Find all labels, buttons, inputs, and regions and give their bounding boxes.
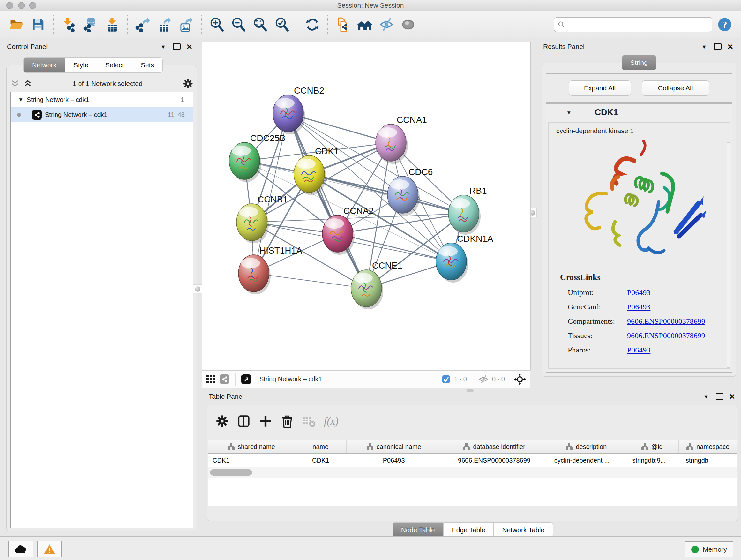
- close-panel-icon[interactable]: ×: [186, 44, 192, 50]
- grid-view-icon[interactable]: [206, 374, 216, 384]
- network-edge[interactable]: [309, 174, 464, 213]
- open-folder-icon: [9, 17, 23, 32]
- crosslink-value[interactable]: 9606.ENSP00000378699: [627, 328, 705, 343]
- crosslink-value[interactable]: P06493: [627, 300, 650, 314]
- column-header[interactable]: database identifier: [441, 440, 547, 453]
- network-node-CCNA1[interactable]: CCNA1: [376, 115, 427, 164]
- scrollbar-thumb[interactable]: [210, 469, 252, 476]
- open-in-window-icon[interactable]: [241, 374, 251, 384]
- tab-string[interactable]: String: [622, 55, 657, 70]
- add-column-icon[interactable]: [259, 415, 272, 428]
- column-header[interactable]: namespace: [679, 440, 737, 453]
- panel-menu-icon[interactable]: ▾: [702, 43, 705, 51]
- network-node-RB1[interactable]: RB1: [448, 186, 487, 235]
- import-table-button[interactable]: [103, 15, 121, 35]
- expand-collapse-bar: Expand All Collapse All: [546, 73, 732, 103]
- tab-sets[interactable]: Sets: [132, 57, 163, 73]
- eye-icon: [401, 17, 415, 32]
- table-horizontal-scrollbar[interactable]: [208, 467, 737, 478]
- collection-badge: 1: [181, 96, 184, 104]
- crosslink-value[interactable]: 9606.ENSP00000378699: [627, 314, 705, 328]
- refresh-button[interactable]: [303, 15, 322, 35]
- collapse-all-icon[interactable]: [10, 79, 20, 88]
- string-view-icon[interactable]: [219, 374, 229, 384]
- float-panel-icon[interactable]: [716, 393, 724, 400]
- export-network-button[interactable]: [133, 15, 152, 35]
- crosslink-label: Tissues:: [568, 328, 627, 343]
- results-scrollbar[interactable]: [727, 142, 731, 368]
- tab-edge-table[interactable]: Edge Table: [444, 522, 494, 538]
- network-node-HIST1H1A[interactable]: HIST1H1A: [239, 246, 302, 294]
- crosslink-value[interactable]: P06493: [627, 286, 650, 300]
- gene-card-header[interactable]: ▾ CDK1: [546, 104, 732, 121]
- table-row[interactable]: CDK1 CDK1 P06493 9606.ENSP00000378699 cy…: [208, 454, 737, 467]
- results-panel-title: Results Panel: [543, 43, 585, 51]
- left-splitter-handle[interactable]: [193, 285, 202, 294]
- search-input[interactable]: [567, 20, 705, 28]
- save-session-button[interactable]: [29, 15, 47, 35]
- network-node-CCNB2[interactable]: CCNB2: [273, 85, 324, 134]
- column-header[interactable]: canonical name: [347, 440, 441, 453]
- hidden-eye-slash-icon[interactable]: [479, 374, 488, 384]
- zoom-in-button[interactable]: [207, 15, 226, 35]
- network-node-CDC25B[interactable]: CDC25B: [229, 133, 285, 182]
- network-options-gear-icon[interactable]: [183, 78, 193, 89]
- collapse-all-button[interactable]: Collapse All: [642, 80, 710, 96]
- expand-all-icon[interactable]: [23, 79, 32, 88]
- network-collection-row[interactable]: ▼ String Network – cdk1 1: [10, 92, 193, 107]
- import-network-button[interactable]: [59, 15, 78, 35]
- network-graph[interactable]: CCNB2CCNA1CDC25BCDK1CDC6RB1CCNB1CCNA2CDK…: [202, 43, 530, 370]
- warnings-button[interactable]: [37, 541, 62, 557]
- graphics-details-button[interactable]: [355, 15, 374, 35]
- collapse-entry-icon[interactable]: ▾: [567, 109, 570, 116]
- tab-network[interactable]: Network: [23, 57, 65, 73]
- column-header[interactable]: description: [547, 440, 625, 453]
- toolbar-separator: [53, 15, 54, 34]
- tab-network-table[interactable]: Network Table: [494, 522, 553, 538]
- network-node-CDKN1A[interactable]: CDKN1A: [436, 234, 493, 283]
- open-session-button[interactable]: [7, 15, 25, 35]
- show-hidden-button[interactable]: [399, 15, 417, 35]
- zoom-out-button[interactable]: [229, 15, 248, 35]
- show-columns-icon[interactable]: [237, 415, 251, 428]
- export-table-button[interactable]: [155, 15, 174, 35]
- close-panel-icon[interactable]: ×: [729, 393, 735, 400]
- first-neighbors-button[interactable]: [334, 15, 352, 35]
- network-node-CCNE1[interactable]: CCNE1: [351, 260, 402, 309]
- tree-expander-icon[interactable]: ▼: [18, 97, 23, 103]
- tab-select[interactable]: Select: [97, 57, 132, 73]
- crosslink-value[interactable]: P06493: [627, 343, 650, 357]
- help-button[interactable]: ?: [716, 15, 734, 35]
- network-edge[interactable]: [288, 113, 366, 288]
- zoom-fit-button[interactable]: [251, 15, 269, 35]
- selected-checkbox-icon[interactable]: [442, 375, 450, 383]
- column-header[interactable]: shared name: [208, 440, 295, 453]
- memory-button[interactable]: Memory: [685, 542, 733, 557]
- delete-column-icon[interactable]: [280, 415, 294, 428]
- table-options-gear-icon[interactable]: [215, 415, 229, 428]
- tab-style[interactable]: Style: [65, 57, 97, 73]
- control-panel-title: Control Panel: [7, 43, 48, 51]
- network-node-CCNB1[interactable]: CCNB1: [237, 194, 288, 243]
- zoom-selected-button[interactable]: [273, 15, 291, 35]
- birds-eye-crosshair-icon[interactable]: [514, 373, 526, 385]
- column-header[interactable]: name: [295, 440, 347, 453]
- column-header[interactable]: @id: [625, 440, 679, 453]
- network-node-CCNA2[interactable]: CCNA2: [322, 206, 374, 255]
- expand-all-button[interactable]: Expand All: [569, 80, 631, 96]
- hide-selected-button[interactable]: [377, 15, 396, 35]
- network-tree: ▼ String Network – cdk1 1 String Network…: [10, 92, 193, 528]
- network-row-selected[interactable]: String Network – cdk1 11 48: [10, 107, 193, 122]
- float-panel-icon[interactable]: [714, 43, 722, 50]
- search-box[interactable]: [554, 17, 712, 32]
- export-image-button[interactable]: [177, 15, 195, 35]
- panel-menu-icon[interactable]: ▾: [704, 393, 708, 400]
- float-panel-icon[interactable]: [173, 43, 181, 50]
- network-canvas[interactable]: CCNB2CCNA1CDC25BCDK1CDC6RB1CCNB1CCNA2CDK…: [202, 43, 531, 370]
- close-panel-icon[interactable]: ×: [727, 44, 733, 50]
- tab-node-table[interactable]: Node Table: [393, 522, 444, 538]
- panel-menu-icon[interactable]: ▾: [161, 43, 165, 51]
- network-node-CDC6[interactable]: CDC6: [387, 167, 433, 216]
- import-network-database-button[interactable]: [81, 15, 99, 35]
- cloud-button[interactable]: [8, 541, 33, 557]
